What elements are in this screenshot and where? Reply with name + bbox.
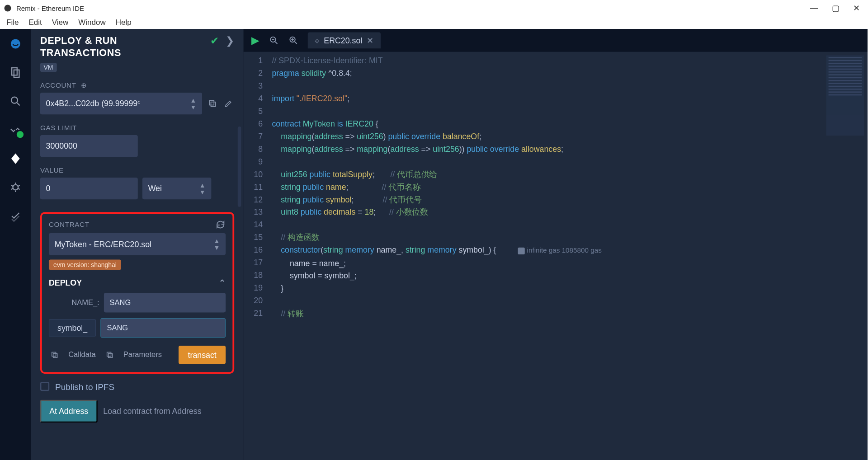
zoom-in-icon[interactable] — [288, 35, 299, 46]
run-icon[interactable]: ▶ — [251, 34, 259, 47]
value-unit: Wei — [148, 183, 162, 192]
debugger-icon[interactable] — [8, 179, 24, 196]
file-explorer-icon[interactable] — [8, 65, 24, 81]
load-address-placeholder[interactable]: Load contract from Address — [103, 406, 201, 415]
contract-select[interactable]: MyToken - ERC/ERC20.sol ▲▼ — [49, 233, 226, 254]
svg-rect-9 — [53, 353, 57, 357]
publish-ipfs-label: Publish to IPFS — [55, 381, 114, 391]
code-content: // SPDX-License-Identifier: MIT pragma s… — [269, 52, 602, 460]
publish-ipfs-checkbox[interactable] — [40, 382, 49, 391]
deploy-header: DEPLOY — [49, 278, 82, 287]
code-editor[interactable]: 123456789101112131415161718192021 // SPD… — [243, 52, 868, 460]
value-unit-select[interactable]: Wei ▲▼ — [142, 177, 211, 199]
param-name-label: NAME_: — [49, 298, 99, 307]
param-symbol-button[interactable]: symbol_ — [49, 319, 96, 336]
menu-window[interactable]: Window — [78, 18, 105, 27]
analysis-icon[interactable] — [8, 208, 24, 224]
collapse-icon[interactable]: ⌃ — [219, 278, 226, 287]
deploy-run-icon[interactable] — [8, 150, 24, 167]
svg-point-5 — [13, 185, 18, 190]
contract-label: CONTRACT — [49, 221, 90, 229]
svg-point-4 — [11, 97, 18, 103]
menu-file[interactable]: File — [6, 18, 19, 27]
tab-filename: ERC20.sol — [324, 36, 362, 45]
copy-account-icon[interactable] — [207, 98, 218, 109]
line-gutter: 123456789101112131415161718192021 — [243, 52, 268, 460]
param-name-input[interactable] — [104, 293, 226, 312]
check-icon: ✔ — [210, 35, 219, 47]
value-input[interactable] — [40, 177, 138, 199]
add-account-icon[interactable]: ⊕ — [81, 81, 87, 89]
menu-edit[interactable]: Edit — [28, 18, 42, 27]
remix-logo-icon[interactable] — [8, 36, 24, 52]
copy-parameters-icon[interactable] — [104, 349, 115, 360]
window-maximize-icon[interactable]: ▢ — [832, 3, 840, 13]
value-label: VALUE — [40, 166, 234, 174]
param-symbol-input[interactable] — [100, 318, 226, 337]
app-logo-icon — [4, 4, 12, 12]
window-close-icon[interactable]: ✕ — [853, 3, 860, 13]
editor-tab[interactable]: ⟐ ERC20.sol ✕ — [308, 33, 381, 49]
svg-rect-3 — [14, 70, 19, 77]
menubar: File Edit View Window Help — [0, 16, 868, 29]
account-value: 0x4B2...C02db (99.99999ᶜ — [46, 99, 141, 108]
svg-point-1 — [11, 39, 20, 49]
svg-rect-7 — [211, 102, 216, 106]
contract-section-highlight: CONTRACT MyToken - ERC/ERC20.sol ▲▼ evm … — [40, 211, 234, 373]
window-minimize-icon[interactable]: — — [810, 3, 818, 13]
panel-title: DEPLOY & RUNTRANSACTIONS — [40, 35, 121, 59]
window-title: Remix - Ethereum IDE — [16, 5, 84, 12]
gas-limit-label: GAS LIMIT — [40, 123, 234, 131]
at-address-button[interactable]: At Address — [40, 399, 98, 422]
scrollbar[interactable] — [238, 127, 241, 207]
compiler-icon[interactable] — [8, 122, 24, 138]
transact-button[interactable]: transact — [179, 345, 226, 364]
zoom-out-icon[interactable] — [269, 35, 279, 46]
menu-view[interactable]: View — [52, 18, 69, 27]
search-icon[interactable] — [8, 93, 24, 109]
parameters-label[interactable]: Parameters — [123, 350, 162, 359]
menu-help[interactable]: Help — [116, 18, 132, 27]
evm-version-badge: evm version: shanghai — [49, 259, 121, 270]
solidity-file-icon: ⟐ — [315, 36, 319, 45]
chevron-updown-icon: ▲▼ — [214, 237, 220, 250]
chevron-updown-icon: ▲▼ — [199, 181, 206, 195]
vm-tag: VM — [40, 62, 57, 71]
svg-rect-10 — [52, 352, 56, 356]
copy-calldata-icon[interactable] — [49, 349, 60, 360]
edit-account-icon[interactable] — [223, 98, 234, 109]
deploy-panel: DEPLOY & RUNTRANSACTIONS VM ✔ ❯ ACCOUNT … — [31, 29, 244, 460]
calldata-label[interactable]: Calldata — [68, 350, 96, 359]
svg-rect-8 — [209, 100, 214, 105]
svg-point-0 — [5, 5, 11, 12]
account-select[interactable]: 0x4B2...C02db (99.99999ᶜ ▲▼ — [40, 92, 202, 114]
gas-limit-input[interactable] — [40, 135, 138, 156]
chevron-updown-icon: ▲▼ — [190, 96, 197, 110]
refresh-icon[interactable] — [215, 219, 226, 230]
minimap[interactable] — [826, 55, 864, 136]
chevron-right-icon[interactable]: ❯ — [226, 35, 234, 47]
account-label: ACCOUNT — [40, 81, 76, 89]
svg-rect-12 — [107, 352, 111, 356]
svg-rect-11 — [108, 353, 112, 357]
contract-selected: MyToken - ERC/ERC20.sol — [55, 239, 151, 248]
tab-close-icon[interactable]: ✕ — [367, 36, 373, 45]
icon-rail — [0, 29, 31, 460]
main-area: ▶ ⟐ ERC20.sol ✕ 123456789101112131415161… — [243, 29, 868, 460]
